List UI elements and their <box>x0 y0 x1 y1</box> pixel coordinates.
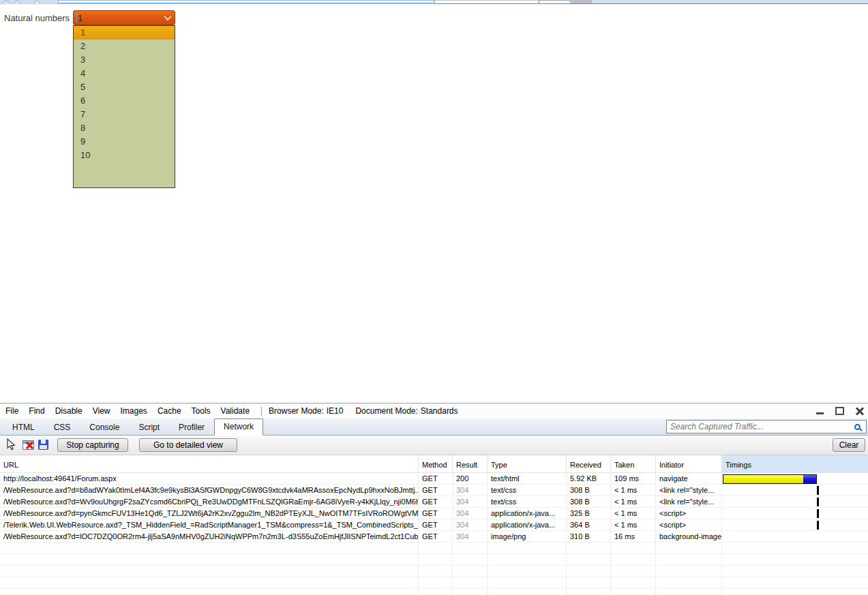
dropdown-option[interactable]: 7 <box>74 108 175 121</box>
empty-cell <box>722 554 868 565</box>
cell-initiator: background-image <box>656 531 722 542</box>
devtools-menubar: FileFindDisableViewImagesCacheToolsValid… <box>0 404 868 418</box>
close-icon[interactable] <box>856 407 864 415</box>
tab-html[interactable]: HTML <box>3 419 44 435</box>
cell-type: image/png <box>488 531 567 542</box>
cell-timings <box>722 473 868 484</box>
cell-type: text/css <box>488 485 567 495</box>
empty-cell <box>0 543 419 553</box>
clear-button[interactable]: Clear <box>833 438 865 452</box>
devtools-tabbar: HTMLCSSConsoleScriptProfilerNetwork <box>0 418 868 436</box>
menu-item-disable[interactable]: Disable <box>55 406 83 416</box>
cell-initiator: <script> <box>656 519 722 530</box>
cell-timings <box>722 531 868 542</box>
cell-result: 304 <box>453 508 488 519</box>
column-header-timings[interactable]: Timings <box>722 455 868 472</box>
network-request-row[interactable]: /WebResource.axd?d=Wv9ouUhgrgF2saZYcsmd6… <box>0 496 868 508</box>
network-table-header: URLMethodResultTypeReceivedTakenInitiato… <box>0 455 868 473</box>
network-request-row[interactable]: /WebResource.axd?d=lOC7DZQ0OR2rm4-jlj5aS… <box>0 531 868 543</box>
menu-item-tools[interactable]: Tools <box>192 406 211 416</box>
empty-cell <box>567 554 611 565</box>
cell-result: 200 <box>453 473 488 484</box>
cell-url: /Telerik.Web.UI.WebResource.axd?_TSM_Hid… <box>0 519 419 530</box>
dropdown-option[interactable]: 6 <box>74 94 175 108</box>
column-header-method[interactable]: Method <box>419 455 453 472</box>
dropdown-option[interactable]: 1 <box>74 26 175 40</box>
dropdown-option[interactable]: 9 <box>74 135 175 149</box>
column-header-received[interactable]: Received <box>567 455 611 472</box>
tab-console[interactable]: Console <box>80 419 129 435</box>
document-mode-group[interactable]: Document Mode: Standards <box>355 406 458 416</box>
cell-taken: < 1 ms <box>611 508 656 519</box>
select-element-cursor-icon[interactable] <box>5 438 16 451</box>
clear-browser-cache-icon[interactable] <box>23 440 34 450</box>
empty-cell <box>656 543 722 553</box>
timing-tick <box>817 521 819 530</box>
timing-bar <box>723 474 817 484</box>
network-request-row[interactable]: /Telerik.Web.UI.WebResource.axd?_TSM_Hid… <box>0 519 868 531</box>
restore-icon[interactable] <box>835 407 844 415</box>
document-mode-value: Standards <box>421 406 458 416</box>
cell-type: application/x-java... <box>488 519 567 530</box>
empty-cell <box>488 589 567 595</box>
dropdown-option[interactable]: 8 <box>74 121 175 135</box>
empty-cell <box>0 577 419 588</box>
empty-cell <box>567 566 611 577</box>
timing-receive-segment <box>803 475 816 483</box>
tab-css[interactable]: CSS <box>44 419 80 435</box>
column-header-taken[interactable]: Taken <box>611 455 656 472</box>
cell-result: 304 <box>453 519 488 530</box>
menu-item-images[interactable]: Images <box>121 406 147 416</box>
network-request-row[interactable]: http://localhost:49641/Forum.aspxGET200t… <box>0 473 868 485</box>
dropdown-option[interactable]: 10 <box>74 149 175 162</box>
tab-profiler[interactable]: Profiler <box>169 419 214 435</box>
empty-cell <box>488 577 567 588</box>
cell-url: http://localhost:49641/Forum.aspx <box>0 473 419 484</box>
stop-capturing-button[interactable]: Stop capturing <box>57 438 128 452</box>
menu-item-validate[interactable]: Validate <box>221 406 250 416</box>
cell-method: GET <box>419 485 453 495</box>
empty-cell <box>567 543 611 553</box>
empty-grid-row <box>0 577 868 589</box>
network-request-row[interactable]: /WebResource.axd?d=pynGkmcFUV13He1Qd6_TZ… <box>0 508 868 519</box>
browser-mode-group[interactable]: Browser Mode: IE10 <box>269 406 343 416</box>
dropdown-option[interactable]: 5 <box>74 80 175 94</box>
empty-cell <box>419 577 453 588</box>
save-icon[interactable] <box>38 440 48 450</box>
column-header-initiator[interactable]: Initiator <box>656 455 722 472</box>
menu-item-file[interactable]: File <box>5 406 18 416</box>
empty-grid-row <box>0 566 868 577</box>
menu-item-cache[interactable]: Cache <box>158 406 181 416</box>
dropdown-option[interactable]: 3 <box>74 53 175 67</box>
minimize-icon[interactable] <box>816 412 824 414</box>
go-to-detailed-view-button[interactable]: Go to detailed view <box>139 438 237 452</box>
cell-type: text/html <box>488 473 567 484</box>
dropdown-option[interactable]: 2 <box>74 40 175 53</box>
dropdown-option[interactable]: 4 <box>74 67 175 80</box>
cell-received: 308 B <box>567 496 611 507</box>
cell-taken: < 1 ms <box>611 496 656 507</box>
search-icon[interactable] <box>854 424 860 430</box>
network-request-row[interactable]: /WebResource.axd?d=b8adWYak0tImLef4A3fc9… <box>0 485 868 496</box>
empty-cell <box>611 577 656 588</box>
empty-grid-row <box>0 589 868 595</box>
tab-script[interactable]: Script <box>129 419 169 435</box>
search-captured-traffic-box[interactable] <box>666 420 867 433</box>
search-input[interactable] <box>667 422 854 431</box>
column-header-type[interactable]: Type <box>488 455 567 472</box>
network-table-body: http://localhost:49641/Forum.aspxGET200t… <box>0 473 868 595</box>
cell-taken: < 1 ms <box>611 519 656 530</box>
document-mode-label: Document Mode: <box>355 406 417 416</box>
column-header-url[interactable]: URL <box>0 455 419 472</box>
tab-network[interactable]: Network <box>214 418 263 436</box>
natural-numbers-combobox[interactable]: 1 <box>73 10 175 25</box>
empty-cell <box>656 566 722 577</box>
empty-cell <box>722 566 868 577</box>
combobox-dropdown-list: 12345678910 <box>73 25 175 188</box>
menu-item-find[interactable]: Find <box>29 406 44 416</box>
cell-type: application/x-java... <box>488 508 567 519</box>
empty-cell <box>453 566 488 577</box>
chevron-down-icon[interactable] <box>161 11 175 25</box>
column-header-result[interactable]: Result <box>453 455 488 472</box>
menu-item-view[interactable]: View <box>93 406 110 416</box>
